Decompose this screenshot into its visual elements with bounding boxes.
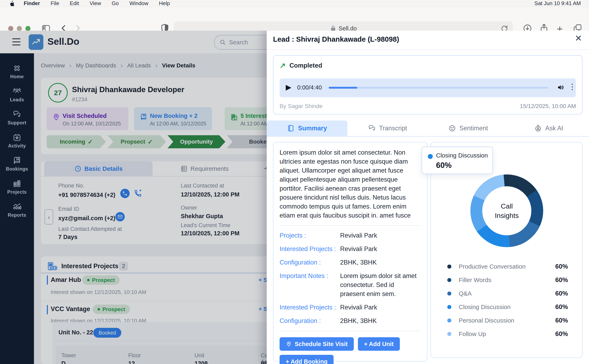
legend-item: Productive Conversation 60% — [447, 262, 568, 271]
menu-window[interactable]: Window — [129, 0, 148, 6]
field-value: 2BHK, 3BHK — [340, 316, 421, 325]
browser-toolbar: Sell.do + — [0, 7, 589, 31]
drawer-tabs: Summary Transcript Sentiment Ask AI — [267, 121, 589, 137]
menu-clock: Sat Jun 10 9:41 AM — [534, 0, 581, 6]
playback-time: 0:00/4:40 — [297, 84, 322, 91]
volume-icon[interactable] — [557, 83, 565, 92]
add-booking-button[interactable]: + Add Booking — [280, 355, 334, 364]
call-status: ↗ Completed — [280, 61, 322, 70]
field-value: 2BHK, 3BHK — [340, 258, 421, 267]
call-recording-card: ↗ Completed ▶ 0:00/4:40 ⋮ By Sagar Shind… — [273, 55, 582, 114]
menu-go[interactable]: Go — [112, 0, 119, 6]
schedule-site-visit-button[interactable]: Schedule Site Visit — [280, 337, 354, 351]
menu-finder[interactable]: Finder — [24, 0, 40, 6]
call-datetime: 15/12/2025, 10:00 AM — [520, 103, 576, 110]
field-label: Important Notes : — [280, 272, 340, 299]
seek-bar-fill — [329, 87, 357, 89]
field-label: Interested Projects : — [280, 245, 340, 254]
sentiment-smiley-icon — [448, 124, 456, 132]
field-row: Projects : Revivali Park — [280, 231, 421, 240]
transcript-icon — [368, 124, 376, 132]
call-author: By Sagar Shinde — [280, 103, 322, 110]
legend-item: Q&A 60% — [447, 289, 568, 298]
call-insights-card: Call Insights Productive Conversation 60… — [430, 142, 582, 358]
legend-dot — [447, 318, 451, 323]
tooltip-value: 60% — [436, 161, 452, 170]
summary-icon — [287, 124, 295, 132]
tooltip-label: Closing Discussion — [436, 152, 488, 159]
chart-tooltip: Closing Discussion 60% — [422, 147, 493, 174]
field-value: Revivali Park — [340, 245, 421, 254]
screen: Finder File Edit View Go Window Help Sat… — [0, 0, 589, 364]
play-button[interactable]: ▶ — [286, 83, 291, 91]
tab-sentiment[interactable]: Sentiment — [428, 121, 509, 136]
legend-dot — [447, 292, 451, 296]
legend-dot — [447, 305, 451, 309]
add-unit-button[interactable]: + Add Unit — [358, 337, 400, 351]
apple-menu-icon[interactable] — [9, 1, 14, 6]
field-label: Configuration : — [280, 316, 340, 325]
donut-center-label: Call Insights — [482, 186, 531, 235]
legend-item: Filler Words 60% — [447, 275, 568, 285]
tooltip-dot — [428, 154, 433, 159]
chart-legend: Productive Conversation 60% Filler Words… — [447, 262, 568, 343]
close-icon[interactable]: × — [575, 32, 582, 44]
seek-bar[interactable] — [329, 87, 549, 89]
menu-edit[interactable]: Edit — [70, 0, 79, 6]
field-row: Important Notes : Lorem ipsum dolor sit … — [280, 272, 421, 299]
menu-help[interactable]: Help — [159, 0, 170, 6]
legend-item: Personal Discussion 60% — [447, 316, 568, 325]
tab-transcript[interactable]: Transcript — [347, 121, 428, 136]
field-row: Configuration : 2BHK, 3BHK — [280, 258, 421, 267]
tab-summary[interactable]: Summary — [267, 121, 347, 136]
field-row: Interested Projects : Revivali Park — [280, 303, 421, 312]
call-insights-donut-chart[interactable]: Call Insights — [470, 175, 543, 247]
field-label: Configuration : — [280, 258, 340, 267]
traffic-close-button[interactable] — [8, 26, 13, 31]
player-menu-icon[interactable]: ⋮ — [568, 82, 576, 91]
drawer-title: Lead : Shivraj Dhankawade (L-98098) — [273, 35, 399, 43]
web-content: Sell.Do Search Home Leads Support Ac — [0, 31, 589, 364]
menu-file[interactable]: File — [51, 0, 59, 6]
audio-player: ▶ 0:00/4:40 ⋮ — [280, 78, 576, 97]
legend-item: Follow Up 60% — [447, 329, 568, 339]
field-value: Revivali Park — [340, 231, 421, 240]
outgoing-call-icon: ↗ — [280, 61, 286, 70]
field-value: Lorem ipsum dolor sit amet consectetur. … — [340, 272, 418, 299]
traffic-zoom-button[interactable] — [25, 26, 30, 31]
summary-text: Lorem ipsum dolor sit amet consectetur. … — [280, 148, 421, 220]
field-value: Revivali Park — [340, 303, 421, 312]
traffic-minimize-button[interactable] — [17, 26, 22, 31]
ask-ai-icon — [534, 124, 542, 132]
menu-view[interactable]: View — [90, 0, 101, 6]
macos-menu-bar: Finder File Edit View Go Window Help Sat… — [0, 0, 589, 7]
lead-detail-drawer: Lead : Shivraj Dhankawade (L-98098) × ↗ … — [267, 31, 589, 364]
location-pin-icon — [286, 341, 292, 347]
field-row: Configuration : 2BHK, 3BHK — [280, 316, 421, 325]
field-label: Interested Projects : — [280, 303, 340, 312]
legend-item: Closing Discussion 60% — [447, 302, 568, 312]
legend-dot — [447, 265, 451, 269]
legend-dot — [447, 332, 451, 336]
legend-dot — [447, 278, 451, 282]
field-label: Projects : — [280, 231, 340, 240]
field-row: Interested Projects : Revivali Park — [280, 245, 421, 254]
modal-dim-overlay — [0, 31, 267, 364]
call-summary-card: Lorem ipsum dolor sit amet consectetur. … — [273, 142, 428, 362]
tab-ask-ai[interactable]: Ask AI — [509, 121, 589, 136]
